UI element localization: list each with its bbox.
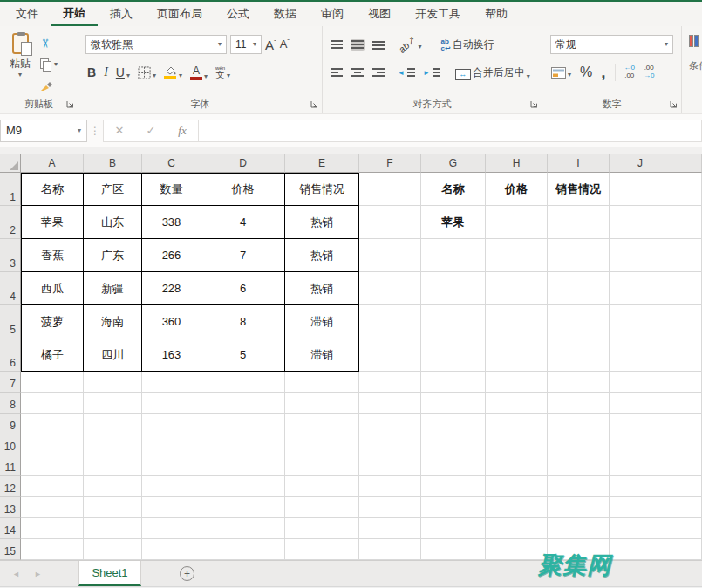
cell-A1[interactable]: 名称 [21,173,84,206]
row-header-12[interactable]: 12 [0,476,21,497]
cell-I8[interactable] [548,393,610,414]
cell-G12[interactable] [421,476,486,497]
cell-E13[interactable] [285,497,359,518]
cell-C7[interactable] [142,372,201,393]
cell-J6[interactable] [610,338,671,372]
cell-B8[interactable] [84,393,142,414]
cell-F11[interactable] [359,455,421,476]
cell-I2[interactable] [548,206,610,239]
insert-function-button[interactable]: fx [167,124,198,138]
cell-I7[interactable] [548,372,610,393]
cell-A4[interactable]: 西瓜 [21,272,84,305]
tab-insert[interactable]: 插入 [98,2,145,26]
cancel-button[interactable]: ✕ [104,124,135,137]
row-header-15[interactable]: 15 [0,539,21,560]
increase-indent-button[interactable]: ► [423,67,441,79]
cell-H10[interactable] [486,434,548,455]
number-dialog-launcher[interactable] [669,99,678,109]
comma-style-button[interactable]: , [601,67,605,77]
cell-H8[interactable] [486,393,548,414]
cell-K11[interactable] [671,455,702,476]
align-right-button[interactable] [371,67,385,79]
cell-K5[interactable] [671,305,702,338]
tab-developer[interactable]: 开发工具 [403,2,473,26]
cell-D5[interactable]: 8 [201,305,285,338]
row-header-3[interactable]: 3 [0,239,21,272]
cell-D3[interactable]: 7 [201,239,285,272]
cell-E1[interactable]: 销售情况 [285,173,359,206]
row-header-9[interactable]: 9 [0,414,21,434]
paste-dropdown-icon[interactable]: ▾ [18,72,22,79]
cell-G7[interactable] [421,372,486,393]
column-header-A[interactable]: A [21,154,84,173]
top-align-button[interactable] [330,39,344,51]
cell-B3[interactable]: 广东 [84,239,142,272]
select-all-corner[interactable] [0,154,21,173]
cell-K3[interactable] [671,239,702,272]
cell-E6[interactable]: 滞销 [285,338,359,372]
cell-K14[interactable] [671,518,702,539]
cell-C14[interactable] [142,518,201,539]
cell-F10[interactable] [359,434,421,455]
cell-E5[interactable]: 滞销 [285,305,359,338]
cell-C3[interactable]: 266 [142,239,201,272]
decrease-decimal-button[interactable]: .00 →0 [644,65,654,80]
cell-F7[interactable] [359,372,421,393]
cell-B14[interactable] [84,518,142,539]
orientation-button[interactable]: ab↗ ▾ [398,39,421,51]
cell-J3[interactable] [610,239,671,272]
shrink-font-button[interactable]: Aˇ [280,38,290,51]
cell-G6[interactable] [421,338,486,372]
row-header-11[interactable]: 11 [0,455,21,476]
cell-B13[interactable] [84,497,142,518]
new-sheet-button[interactable]: + [180,566,194,581]
cell-F4[interactable] [359,272,421,305]
cell-F13[interactable] [359,497,421,518]
cell-D12[interactable] [201,476,285,497]
cell-A14[interactable] [21,518,84,539]
align-center-button[interactable] [351,67,365,79]
borders-button[interactable]: ▾ [138,66,156,79]
cell-E15[interactable] [285,539,359,560]
cell-H1[interactable]: 价格 [486,173,548,206]
cell-K2[interactable] [671,206,702,239]
cell-C6[interactable]: 163 [142,338,201,372]
name-box[interactable]: M9 ▾ [0,120,87,142]
merge-center-button[interactable]: ↔ 合并后居中 ▾ [455,65,530,80]
row-header-8[interactable]: 8 [0,393,21,414]
row-header-4[interactable]: 4 [0,272,21,305]
cell-I1[interactable]: 销售情况 [548,173,610,206]
cell-A2[interactable]: 苹果 [21,206,84,239]
cell-C8[interactable] [142,393,201,414]
cell-A6[interactable]: 橘子 [21,338,84,372]
cell-A15[interactable] [21,539,84,560]
row-header-1[interactable]: 1 [0,173,21,206]
font-dialog-launcher[interactable] [310,99,319,109]
cell-D9[interactable] [201,414,285,434]
cell-K10[interactable] [671,434,702,455]
cell-G14[interactable] [421,518,486,539]
column-header-H[interactable]: H [486,154,548,173]
cell-C1[interactable]: 数量 [142,173,201,206]
cell-H6[interactable] [486,338,548,372]
format-painter-button[interactable] [40,78,58,93]
cell-I9[interactable] [548,414,610,434]
cell-F12[interactable] [359,476,421,497]
cell-K13[interactable] [671,497,702,518]
cell-H13[interactable] [486,497,548,518]
cell-D10[interactable] [201,434,285,455]
cell-I6[interactable] [548,338,610,372]
cell-B10[interactable] [84,434,142,455]
tab-page-layout[interactable]: 页面布局 [145,2,215,26]
tab-data[interactable]: 数据 [262,2,309,26]
font-name-select[interactable]: 微软雅黑 ▾ [85,35,227,54]
cell-D1[interactable]: 价格 [201,173,285,206]
cell-G10[interactable] [421,434,486,455]
cell-I10[interactable] [548,434,610,455]
cell-A5[interactable]: 菠萝 [21,305,84,338]
cell-H7[interactable] [486,372,548,393]
cell-K12[interactable] [671,476,702,497]
cell-J8[interactable] [610,393,671,414]
cell-I13[interactable] [548,497,610,518]
tab-formulas[interactable]: 公式 [215,2,262,26]
